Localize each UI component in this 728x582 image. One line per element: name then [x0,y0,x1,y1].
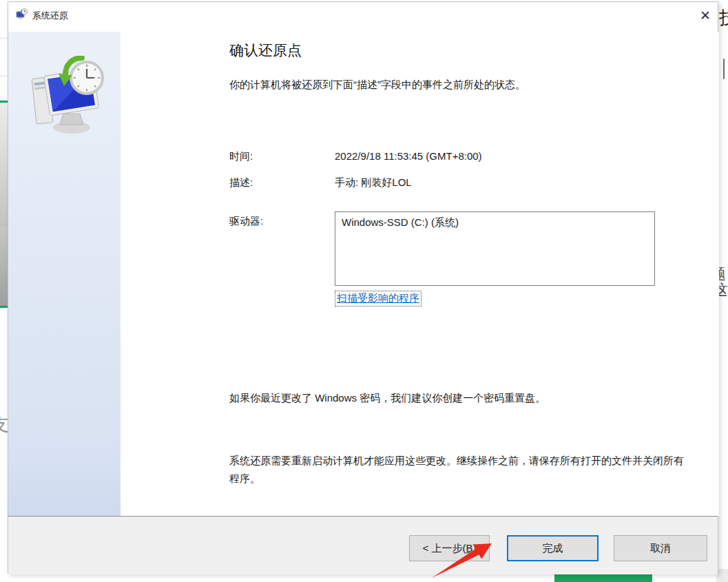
restart-note: 系统还原需要重新启动计算机才能应用这些更改。继续操作之前，请保存所有打开的文件并… [229,452,685,488]
cancel-button[interactable]: 取消 [614,535,707,561]
scan-affected-programs-link[interactable]: 扫描受影响的程序 [335,291,422,306]
bg-gray-panel [0,227,8,306]
bg-divider-line [0,76,8,76]
time-value: 2022/9/18 11:53:45 (GMT+8:00) [335,150,482,162]
back-button-label-suffix: ) [472,542,476,554]
finish-button[interactable]: 完成 [507,535,599,561]
back-button-label: < 上一步( [423,542,466,554]
bg-divider-line [0,38,8,39]
password-note: 如果你最近更改了 Windows 密码，我们建议你创建一个密码重置盘。 [229,392,698,405]
back-button-accesskey: B [466,542,472,554]
close-button[interactable]: ✕ [696,6,715,24]
back-button[interactable]: < 上一步(B) [409,535,490,561]
system-restore-icon [16,8,28,21]
description-value: 手动: 刚装好LOL [335,176,412,189]
time-label: 时间: [229,150,253,163]
bg-green-line [0,306,8,308]
bg-cursor-bar [723,59,725,79]
drives-listbox[interactable]: Windows-SSD (C:) (系统) [335,211,655,286]
page-title: 确认还原点 [229,41,302,60]
title-bar: 系统还原 ✕ [8,2,718,32]
system-restore-large-icon [29,56,106,140]
drives-label: 驱动器: [229,215,263,228]
bg-green-button-edge [554,574,652,582]
bg-gray-panel [0,103,8,227]
intro-text: 你的计算机将被还原到下面“描述”字段中的事件之前所处的状态。 [229,79,526,92]
bg-clipped-text: 技 [719,9,728,28]
wizard-content: 确认还原点 你的计算机将被还原到下面“描述”字段中的事件之前所处的状态。 时间:… [121,32,719,516]
system-restore-dialog: 系统还原 ✕ [8,1,718,574]
button-bar: < 上一步(B) 完成 取消 [8,516,718,574]
window-title: 系统还原 [32,10,68,22]
wizard-sidebar [8,32,121,516]
description-label: 描述: [229,176,253,189]
